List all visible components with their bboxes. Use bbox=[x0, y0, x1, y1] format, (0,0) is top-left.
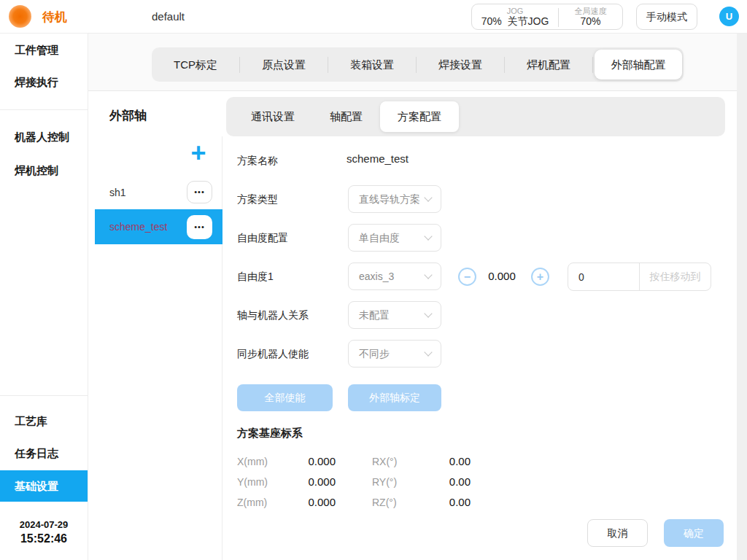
global-speed-section[interactable]: 全局速度 70% bbox=[559, 4, 622, 29]
scheme-name-label: scheme_test bbox=[109, 209, 167, 244]
sidebar-divider bbox=[0, 395, 88, 396]
coord-x-value: 0.000 bbox=[292, 455, 336, 467]
sidebar-item-welding-execution[interactable]: 焊接执行 bbox=[0, 74, 88, 90]
coord-y-label: Y(mm) bbox=[237, 476, 268, 488]
dof-config-field-label: 自由度配置 bbox=[237, 230, 288, 245]
scheme-list-item-scheme-test[interactable]: scheme_test ••• bbox=[95, 209, 222, 244]
dof1-position-value: 0.000 bbox=[478, 270, 526, 282]
chevron-down-icon bbox=[424, 271, 432, 279]
global-speed-label: 全局速度 bbox=[559, 7, 622, 15]
settings-tabs: TCP标定 原点设置 装箱设置 焊接设置 焊机配置 外部轴配置 bbox=[152, 47, 684, 82]
chevron-down-icon bbox=[424, 193, 432, 201]
global-speed-value: 70% bbox=[559, 15, 622, 28]
external-axis-subtabs: 通讯设置 轴配置 方案配置 bbox=[226, 97, 725, 136]
sidebar-item-robot-control[interactable]: 机器人控制 bbox=[0, 129, 88, 145]
dof-config-selected-value: 单自由度 bbox=[359, 225, 400, 251]
base-frame-section-title: 方案基座标系 bbox=[237, 427, 303, 440]
jog-section[interactable]: JOG 70% 关节JOG bbox=[472, 4, 558, 29]
coord-rz-value: 0.00 bbox=[430, 496, 471, 508]
more-options-icon[interactable]: ••• bbox=[187, 215, 212, 239]
scheme-type-field-label: 方案类型 bbox=[237, 192, 278, 206]
coord-ry-value: 0.00 bbox=[430, 475, 471, 488]
chevron-down-icon bbox=[424, 309, 432, 317]
coord-rx-value: 0.00 bbox=[430, 455, 471, 467]
scheme-list-item-sh1[interactable]: sh1 ••• bbox=[95, 179, 222, 206]
move-target-input[interactable] bbox=[568, 263, 639, 290]
more-options-icon[interactable]: ••• bbox=[187, 181, 212, 203]
coord-ry-label: RY(°) bbox=[372, 476, 397, 488]
tab-tcp-calibration[interactable]: TCP标定 bbox=[152, 47, 239, 82]
move-to-group: 按住移动到 bbox=[568, 262, 711, 291]
scheme-name-field-label: 方案名称 bbox=[237, 153, 278, 168]
top-bar: 待机 default JOG 70% 关节JOG 全局速度 70% 手动模式 U bbox=[0, 0, 747, 34]
user-avatar[interactable]: U bbox=[719, 7, 739, 26]
scheme-type-selected-value: 直线导轨方案 bbox=[359, 186, 420, 212]
sidebar-item-basic-settings[interactable]: 基础设置 bbox=[0, 470, 88, 502]
coord-rx-label: RX(°) bbox=[372, 456, 397, 467]
tab-welder-config[interactable]: 焊机配置 bbox=[505, 47, 592, 82]
coord-rz-label: RZ(°) bbox=[372, 497, 397, 508]
confirm-button[interactable]: 确定 bbox=[664, 519, 724, 547]
chevron-down-icon bbox=[424, 232, 432, 240]
tab-packing-settings[interactable]: 装箱设置 bbox=[328, 47, 416, 82]
dof1-field-label: 自由度1 bbox=[237, 269, 274, 284]
subtab-axis-config[interactable]: 轴配置 bbox=[312, 101, 380, 132]
chevron-down-icon bbox=[424, 348, 432, 356]
axis-robot-relation-selected-value: 未配置 bbox=[359, 302, 390, 328]
tab-origin-settings[interactable]: 原点设置 bbox=[240, 47, 328, 82]
date-text: 2024-07-29 bbox=[0, 518, 88, 532]
tab-divider bbox=[592, 57, 593, 73]
coord-y-value: 0.000 bbox=[292, 475, 336, 488]
jog-value: 70% 关节JOG bbox=[472, 15, 558, 28]
current-project-name: default bbox=[152, 10, 185, 23]
hold-to-move-button[interactable]: 按住移动到 bbox=[640, 263, 711, 290]
sidebar-item-process-library[interactable]: 工艺库 bbox=[0, 413, 88, 429]
scheme-list-panel: + sh1 ••• scheme_test ••• bbox=[95, 136, 222, 560]
jog-plus-button[interactable]: + bbox=[531, 268, 549, 286]
add-scheme-button[interactable]: + bbox=[185, 141, 212, 167]
jog-minus-button[interactable]: − bbox=[458, 268, 476, 286]
scheme-name-label: sh1 bbox=[109, 179, 126, 206]
sidebar: 工件管理 焊接执行 机器人控制 焊机控制 工艺库 任务日志 基础设置 2024-… bbox=[0, 34, 88, 560]
dof1-selected-axis: eaxis_3 bbox=[359, 263, 394, 289]
subtab-scheme-config[interactable]: 方案配置 bbox=[380, 101, 459, 132]
coord-z-label: Z(mm) bbox=[237, 497, 267, 508]
sidebar-divider bbox=[0, 109, 88, 110]
right-gutter bbox=[737, 34, 747, 560]
tab-external-axis-config[interactable]: 外部轴配置 bbox=[595, 50, 682, 79]
enable-all-button[interactable]: 全部使能 bbox=[237, 384, 333, 411]
dof-config-dropdown[interactable]: 单自由度 bbox=[348, 224, 441, 252]
axis-robot-relation-field-label: 轴与机器人关系 bbox=[237, 308, 309, 322]
sidebar-item-task-log[interactable]: 任务日志 bbox=[0, 446, 88, 462]
settings-tab-strip: TCP标定 原点设置 装箱设置 焊接设置 焊机配置 外部轴配置 bbox=[88, 34, 737, 91]
page-title-external-axis: 外部轴 bbox=[109, 107, 147, 124]
scheme-name-value: scheme_test bbox=[347, 152, 409, 165]
tab-welding-settings[interactable]: 焊接设置 bbox=[417, 47, 504, 82]
coord-z-value: 0.000 bbox=[292, 496, 336, 508]
dof1-axis-dropdown[interactable]: eaxis_3 bbox=[348, 262, 441, 290]
app-window: 待机 default JOG 70% 关节JOG 全局速度 70% 手动模式 U… bbox=[0, 0, 747, 560]
robot-status-icon[interactable] bbox=[9, 5, 31, 28]
time-text: 15:52:46 bbox=[0, 532, 88, 546]
scheme-type-dropdown[interactable]: 直线导轨方案 bbox=[348, 185, 441, 213]
jog-label: JOG bbox=[472, 7, 558, 15]
scheme-config-form: 方案名称 scheme_test 方案类型 直线导轨方案 自由度配置 单自由度 … bbox=[222, 136, 737, 560]
jog-speed-panel[interactable]: JOG 70% 关节JOG 全局速度 70% bbox=[471, 4, 623, 30]
sidebar-item-welder-control[interactable]: 焊机控制 bbox=[0, 163, 88, 179]
sync-robot-enable-dropdown[interactable]: 不同步 bbox=[348, 340, 441, 368]
cancel-button[interactable]: 取消 bbox=[587, 519, 648, 547]
sidebar-item-workpiece-management[interactable]: 工件管理 bbox=[0, 42, 88, 58]
axis-robot-relation-dropdown[interactable]: 未配置 bbox=[348, 301, 441, 329]
manual-mode-button[interactable]: 手动模式 bbox=[636, 4, 697, 30]
sync-robot-enable-selected-value: 不同步 bbox=[359, 341, 390, 367]
coord-x-label: X(mm) bbox=[237, 456, 268, 467]
subtab-communication-settings[interactable]: 通讯设置 bbox=[233, 101, 312, 132]
sync-robot-enable-field-label: 同步机器人使能 bbox=[237, 346, 309, 361]
external-axis-calibrate-button[interactable]: 外部轴标定 bbox=[348, 384, 441, 411]
robot-status-text: 待机 bbox=[42, 9, 67, 26]
datetime-display: 2024-07-29 15:52:46 bbox=[0, 518, 88, 546]
